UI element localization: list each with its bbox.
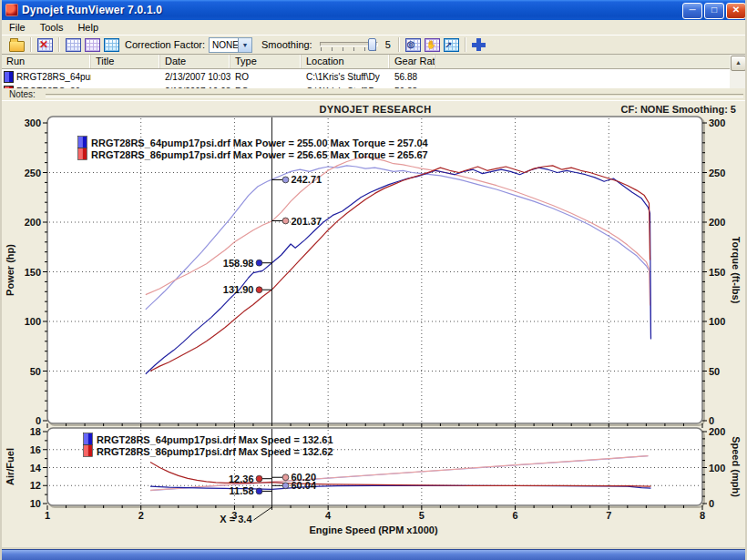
callout-marker (256, 287, 262, 293)
notes-row: Notes: (2, 88, 747, 100)
callout-marker (256, 260, 262, 266)
menu-item-file[interactable]: File (2, 21, 33, 34)
y-axis-label-right: Speed (mph) (731, 436, 742, 497)
export-graph-icon[interactable]: ↗ (444, 37, 459, 52)
column-header-date[interactable]: Date (160, 55, 230, 68)
y-axis-label-left: Air/Fuel (5, 448, 15, 485)
x-tick-label: 6 (513, 510, 518, 521)
y-tick-label-right: 0 (709, 498, 714, 509)
run-color-chip (4, 71, 14, 83)
legend-chip (78, 148, 83, 159)
callout-marker (256, 475, 262, 482)
legend-chip (84, 433, 88, 444)
y-tick-label-right: 200 (709, 217, 725, 228)
close-run-icon[interactable]: ✕ (37, 37, 53, 52)
zoom-graph-icon[interactable]: ◎ (405, 37, 421, 52)
y-tick-label-right: 250 (709, 168, 725, 178)
notes-divider (46, 94, 743, 97)
title-bar: Dynojet RunViewer 7.0.1.0 ─ □ ✕ (2, 0, 747, 20)
x-tick-label: 1 (45, 510, 50, 521)
minimize-button[interactable]: ─ (682, 3, 702, 19)
app-icon (5, 4, 18, 16)
correction-factor-select[interactable]: NONE ▼ (209, 37, 252, 53)
callout-value: 158.98 (223, 258, 254, 269)
table-scrollbar[interactable]: ▲ (730, 54, 745, 89)
y-tick-label-left: 0 (36, 415, 41, 426)
x-tick-label: 4 (325, 510, 332, 521)
y-tick-label-left: 14 (30, 463, 42, 473)
legend-entry: RRGT28RS_64pump17psi.drf Max Power = 255… (91, 137, 429, 148)
y-tick-label-left: 10 (30, 498, 41, 509)
app-window: Dynojet RunViewer 7.0.1.0 ─ □ ✕ FileTool… (0, 0, 747, 560)
callout-value: 11.58 (230, 485, 254, 496)
smoothing-label: Smoothing: (261, 39, 312, 50)
y-tick-label-right: 200 (709, 426, 725, 437)
scroll-up-icon[interactable]: ▲ (731, 56, 746, 71)
callout-value: 242.71 (292, 174, 322, 185)
callout-value: 12.36 (229, 473, 254, 484)
chevron-down-icon[interactable]: ▼ (238, 38, 251, 52)
toolbar: ✕ Correction Factor: NONE ▼ Smoothing: 5… (2, 35, 747, 54)
pan-hand-icon[interactable]: ✋ (425, 37, 440, 52)
graph-view-2-icon[interactable] (85, 37, 100, 52)
close-button[interactable]: ✕ (726, 3, 746, 19)
crosshair-icon[interactable] (472, 37, 487, 52)
callout-marker (282, 474, 289, 481)
x-axis-label: Engine Speed (RPM x1000) (309, 524, 438, 535)
open-run-icon[interactable] (9, 37, 25, 52)
cell-type: RO (230, 72, 302, 82)
y-tick-label-right: 150 (709, 267, 725, 278)
callout-value: 60.04 (292, 480, 317, 491)
main-plot-area[interactable] (47, 117, 702, 423)
menu-item-help[interactable]: Help (70, 21, 106, 34)
run-name: RRGT28RS_64pump (16, 72, 91, 82)
callout-marker (282, 483, 289, 489)
x-tick-label: 8 (700, 510, 705, 521)
cursor-annotation-pointer (254, 507, 272, 520)
window-title: Dynojet RunViewer 7.0.1.0 (22, 4, 162, 16)
taskbar (2, 549, 747, 560)
y-tick-label-left: 100 (25, 316, 41, 327)
x-tick-label: 5 (419, 510, 425, 521)
column-header-type[interactable]: Type (230, 55, 302, 68)
legend-chip (78, 137, 83, 148)
legend-entry: RRGT28RS_86pump17psi.drf Max Speed = 132… (97, 446, 333, 457)
smoothing-slider[interactable] (320, 37, 378, 52)
callout-value: 201.37 (292, 216, 322, 227)
cell-location: C:\1Kris's Stuff\Dy (302, 72, 390, 82)
slider-thumb[interactable] (368, 38, 376, 51)
legend-chip (83, 148, 87, 159)
y-tick-label-right: 100 (709, 316, 725, 327)
table-row[interactable]: RRGT28RS_64pump2/13/2007 10:03:2ROC:\1Kr… (2, 69, 733, 84)
y-tick-label-right: 0 (709, 415, 714, 426)
graph-view-3-icon[interactable] (104, 37, 119, 52)
table-body: RRGT28RS_64pump2/13/2007 10:03:2ROC:\1Kr… (2, 69, 733, 89)
cell-date: 2/13/2007 10:03:2 (160, 72, 230, 82)
graph-view-1-icon[interactable] (66, 37, 81, 52)
cursor-annotation: X = 3.4 (220, 514, 252, 524)
callout-marker (256, 488, 262, 494)
y-tick-label-left: 12 (30, 480, 41, 491)
column-header-filler (435, 55, 733, 68)
cell-gear-ratio: 56.88 (390, 72, 435, 82)
maximize-button[interactable]: □ (704, 3, 724, 19)
y-tick-label-left: 300 (25, 117, 41, 128)
menu-item-tools[interactable]: Tools (33, 21, 71, 34)
charts: 050100150200250300050100150200250300Powe… (2, 100, 747, 547)
y-tick-label-right: 100 (709, 463, 725, 473)
x-tick-label: 7 (606, 510, 611, 521)
y-tick-label-left: 250 (25, 168, 41, 178)
column-header-title[interactable]: Title (91, 55, 160, 68)
menu-bar: FileToolsHelp (2, 20, 747, 36)
callout-value: 131.90 (223, 284, 254, 295)
column-header-run[interactable]: Run (2, 55, 91, 68)
callout-marker (282, 218, 289, 224)
y-tick-label-left: 200 (25, 217, 41, 228)
y-tick-label-left: 16 (30, 444, 41, 455)
correction-factor-label: Correction Factor: (125, 39, 205, 50)
column-header-location[interactable]: Location (302, 55, 390, 68)
run-table: RunTitleDateTypeLocationGear Ratio RRGT2… (2, 54, 733, 89)
y-axis-label-left: Power (hp) (5, 244, 15, 296)
column-header-gear-ratio[interactable]: Gear Ratio (390, 55, 435, 68)
y-tick-label-right: 50 (709, 366, 720, 377)
